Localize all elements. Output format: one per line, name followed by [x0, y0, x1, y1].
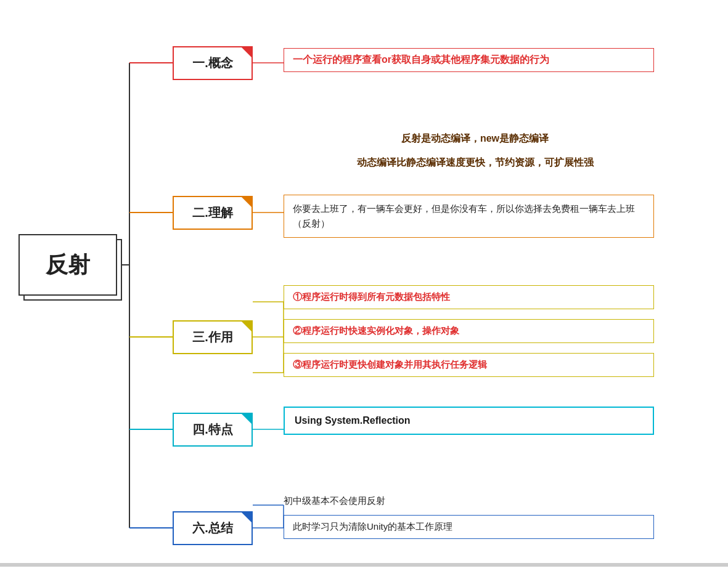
topic-1-label: 一.概念 [192, 55, 233, 71]
center-label: 反射 [46, 250, 90, 280]
topic-4-label: 四.特点 [192, 421, 233, 438]
usage-box-2: ②程序运行时快速实例化对象，操作对象 [284, 319, 654, 346]
bottom-bar [0, 563, 728, 567]
feature-content-box: Using System.Reflection [284, 407, 654, 435]
summary-box: 此时学习只为清除Unity的基本工作原理 [284, 515, 654, 539]
topic-1: 一.概念 [173, 46, 253, 80]
feature-1-text: Using System.Reflection [295, 415, 411, 426]
usage-3-text: ③程序运行时更快创建对象并用其执行任务逻辑 [293, 359, 487, 370]
topic-2-label: 二.理解 [192, 205, 233, 221]
topic-4: 四.特点 [173, 413, 253, 447]
dog-ear-1 [241, 47, 252, 58]
understanding-intro: 反射是动态编译，new是静态编译 动态编译比静态编译速度更快，节约资源，可扩展性… [284, 132, 666, 178]
concept-title-text: 一个运行的程序查看or获取自身或其他程序集元数据的行为 [293, 54, 549, 65]
dog-ear-6 [241, 512, 252, 523]
center-node: 反射 [18, 234, 117, 296]
usage-2-text: ②程序运行时快速实例化对象，操作对象 [293, 325, 459, 336]
usage-box-1: ①程序运行时得到所有元数据包括特性 [284, 285, 654, 312]
mind-map: 反射 一.概念 一个运行的程序查看or获取自身或其他程序集元数据的行为 二.理解… [0, 0, 728, 567]
usage-1-text: ①程序运行时得到所有元数据包括特性 [293, 291, 450, 302]
topic-2: 二.理解 [173, 196, 253, 230]
understanding-line2: 动态编译比静态编译速度更快，节约资源，可扩展性强 [357, 157, 594, 168]
concept-content-box: 一个运行的程序查看or获取自身或其他程序集元数据的行为 [284, 48, 654, 72]
understanding-body-text: 你要去上班了，有一辆车会更好，但是你没有车，所以你选择去免费租一辆车去上班（反射… [293, 203, 635, 229]
dog-ear-3 [241, 321, 252, 332]
summary-line1-text: 初中级基本不会使用反射 [284, 495, 385, 506]
topic-3-label: 三.作用 [192, 329, 233, 346]
dog-ear-2 [241, 196, 252, 208]
summary-line1-area: 初中级基本不会使用反射 [284, 493, 654, 512]
topic-6-label: 六.总结 [192, 520, 233, 537]
understanding-line1: 反射是动态编译，new是静态编译 [401, 133, 549, 144]
topic-6: 六.总结 [173, 511, 253, 545]
usage-box-3: ③程序运行时更快创建对象并用其执行任务逻辑 [284, 353, 654, 377]
understanding-content-box: 你要去上班了，有一辆车会更好，但是你没有车，所以你选择去免费租一辆车去上班（反射… [284, 195, 654, 238]
summary-line2-text: 此时学习只为清除Unity的基本工作原理 [293, 521, 452, 532]
dog-ear-4 [241, 413, 252, 424]
topic-3: 三.作用 [173, 320, 253, 354]
